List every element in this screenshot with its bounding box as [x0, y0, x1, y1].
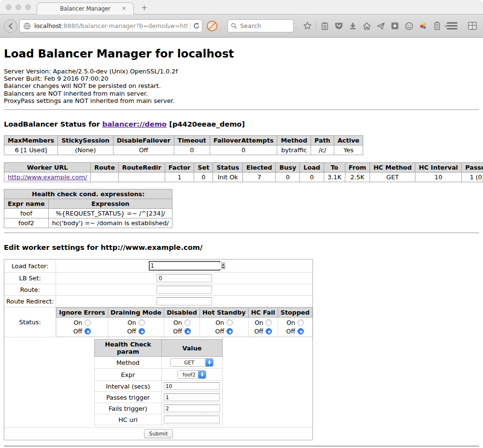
tab-close-icon[interactable]: × — [121, 5, 127, 11]
loadbalancer-status-table: MaxMembers StickySession DisableFailover… — [4, 135, 363, 155]
divider — [4, 446, 479, 447]
radio-hot-standby-off[interactable] — [227, 328, 233, 334]
route-redirect-label: Route Redirect: — [4, 296, 56, 307]
lb-set-label: LB Set: — [4, 273, 56, 284]
radio-draining-mode-off[interactable] — [139, 328, 145, 334]
load-factor-label: Load factor: — [4, 260, 56, 273]
search-box[interactable] — [227, 19, 294, 32]
radio-stopped-off[interactable] — [298, 328, 304, 334]
method-select[interactable]: GET ▲▼ — [170, 358, 213, 367]
radio-ignore-errors-on[interactable] — [85, 319, 91, 326]
emoji-addon-icon[interactable] — [404, 21, 414, 31]
select-stepper-icon: ▲▼ — [205, 359, 213, 366]
table-row: 6 [1 Used] (None) Off 0 0 bytraffic /c/ … — [4, 145, 363, 155]
worker-url-link[interactable]: http://www.example.com/ — [8, 173, 87, 181]
browser-window: Balancer Manager × + localhost:8880/bala… — [0, 0, 483, 448]
route-redirect-input[interactable] — [156, 297, 212, 305]
fails-input[interactable] — [164, 405, 220, 412]
adblock-icon[interactable] — [207, 21, 217, 31]
colored-dots-addon-icon[interactable] — [418, 21, 428, 31]
status-radio-table: Ignore Errors Draining Mode Disabled Hot… — [56, 307, 313, 337]
hc-expressions-table: Health check cond. expressions: Expr nam… — [4, 189, 172, 228]
send-tab-icon[interactable] — [376, 21, 386, 31]
passes-input[interactable] — [164, 393, 220, 401]
status-label: Status: — [4, 307, 56, 337]
maximize-window-button[interactable] — [25, 4, 31, 10]
reload-icon[interactable] — [193, 22, 200, 29]
navigation-toolbar: localhost:8880/balancer-manager?b=demo&w… — [0, 14, 483, 38]
battery-addon-icon[interactable] — [432, 21, 442, 31]
radio-disabled-off[interactable] — [185, 328, 191, 334]
page-content: Load Balancer Manager for localhost Serv… — [0, 38, 483, 448]
expr-label: Expr — [94, 369, 161, 381]
route-label: Route: — [4, 284, 56, 296]
url-text[interactable]: localhost:8880/balancer-manager?b=demo&w… — [34, 22, 187, 29]
url-bar[interactable]: localhost:8880/balancer-manager?b=demo&w… — [19, 19, 202, 32]
method-label: Method — [94, 357, 161, 369]
site-identity-globe-icon[interactable] — [23, 22, 31, 30]
number-spinner-icon[interactable]: ▲▬ — [221, 262, 226, 269]
search-input[interactable] — [240, 22, 288, 29]
page-title: Load Balancer Manager for localhost — [4, 47, 479, 60]
back-arrow-icon — [7, 23, 14, 29]
lb-set-input[interactable] — [156, 274, 212, 282]
server-version: Server Version: Apache/2.5.0-dev (Unix) … — [4, 68, 479, 75]
proxypass-note: ProxyPass settings are NOT inherited fro… — [4, 97, 479, 104]
save-to-device-icon[interactable] — [390, 21, 400, 31]
radio-stopped-on[interactable] — [298, 319, 304, 326]
expr-row: foof2 hc('body') =~ /domain is establish… — [4, 218, 172, 228]
window-controls — [6, 4, 31, 10]
health-check-param-table: Health Check param Value Method GET ▲▼ — [94, 339, 223, 425]
bookmark-star-icon[interactable] — [303, 21, 313, 31]
tab-balancer-manager[interactable]: Balancer Manager × — [37, 2, 134, 14]
radio-draining-mode-on[interactable] — [139, 319, 145, 326]
back-button[interactable] — [4, 19, 17, 33]
radio-hc-fail-off[interactable] — [266, 328, 272, 334]
reading-list-icon[interactable] — [320, 21, 330, 31]
radio-ignore-errors-off[interactable] — [85, 328, 91, 334]
passes-label: Passes trigger — [94, 392, 161, 403]
divider — [4, 109, 479, 110]
load-factor-input[interactable]: ▲▬ — [149, 261, 220, 271]
worker-row: http://www.example.com/ 1 0 Init Ok 7 0 … — [4, 173, 483, 182]
divider — [4, 232, 479, 233]
menu-icon[interactable] — [447, 22, 457, 29]
tab-bar: Balancer Manager × + — [0, 0, 483, 14]
submit-button[interactable]: Submit — [144, 429, 172, 438]
lb-status-heading: LoadBalancer Status for balancer://demo … — [4, 120, 479, 128]
close-window-button[interactable] — [6, 4, 12, 10]
radio-hot-standby-on[interactable] — [227, 319, 233, 326]
server-info: Server Version: Apache/2.5.0-dev (Unix) … — [4, 68, 479, 104]
expr-row: foof %{REQUEST_STATUS} =~ /^[234]/ — [4, 209, 172, 218]
tab-title: Balancer Manager — [60, 5, 111, 12]
tab-groups-grid-icon[interactable] — [468, 21, 477, 31]
pocket-icon[interactable] — [334, 21, 344, 31]
radio-disabled-on[interactable] — [185, 319, 191, 326]
worker-table: Worker URL Route RouteRedir Factor Set S… — [4, 162, 483, 182]
select-stepper-icon: ▲▼ — [198, 371, 206, 378]
interval-label: Interval (secs) — [94, 381, 161, 392]
new-tab-button[interactable]: + — [141, 3, 147, 12]
edit-worker-heading: Edit worker settings for http://www.exam… — [4, 243, 479, 251]
hc-uri-input[interactable] — [164, 416, 220, 423]
fails-label: Fails trigger) — [94, 403, 161, 414]
home-icon[interactable] — [362, 21, 372, 31]
persist-note: Balancer changes will NOT be persisted o… — [4, 82, 479, 89]
route-input[interactable] — [156, 286, 212, 294]
edit-worker-form: Load factor: ▲▬ LB Set: Route: Route Red… — [4, 259, 313, 440]
radio-hc-fail-on[interactable] — [266, 319, 272, 326]
inherit-note: Balancers are NOT inherited from main se… — [4, 90, 479, 97]
minimize-window-button[interactable] — [15, 4, 21, 10]
hc-uri-label: HC uri — [94, 414, 161, 425]
interval-input[interactable] — [164, 382, 220, 390]
expr-select[interactable]: foof2 ▲▼ — [177, 370, 206, 379]
balancer-demo-link[interactable]: balancer://demo — [102, 120, 167, 128]
downloads-icon[interactable] — [348, 21, 358, 31]
toolbar-icons: ▾ — [300, 21, 447, 31]
hc-expressions-caption: Health check cond. expressions: — [4, 189, 172, 199]
search-icon — [231, 23, 237, 29]
server-built: Server Built: Feb 9 2016 07:00:20 — [4, 75, 479, 82]
